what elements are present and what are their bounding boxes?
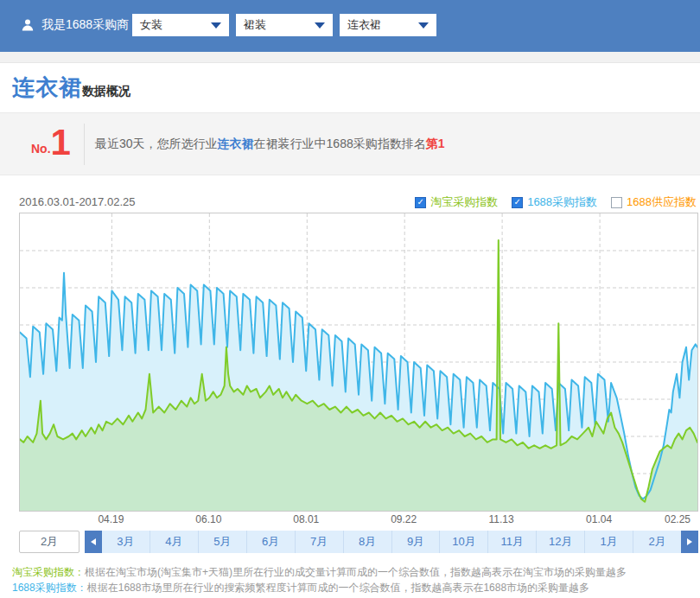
legend-label: 淘宝采购指数 — [430, 194, 498, 210]
month-tab[interactable]: 12月 — [536, 531, 584, 553]
top-header-bar: 我是1688采购商 女装裙装连衣裙 — [0, 0, 700, 52]
banner-text-middle: 在裙装行业中1688采购指数排名 — [254, 137, 426, 152]
dropdown-value: 裙装 — [244, 17, 266, 33]
banner-divider — [84, 124, 85, 165]
month-tab[interactable]: 4月 — [150, 531, 198, 553]
rank-badge: No. 1 — [31, 124, 71, 162]
header-sub-strip — [0, 52, 700, 63]
footnote-1: 淘宝采购指数：根据在淘宝市场(淘宝集市+天猫)里所在行业的成交量计算而成的一个综… — [12, 564, 627, 580]
page-title: 连衣裙 数据概况 — [12, 73, 130, 103]
category-dropdown-3[interactable]: 连衣裙 — [340, 14, 436, 36]
footnote-text: 根据在1688市场里所在行业的搜索频繁程度计算而成的一个综合数值，指数越高表示在… — [87, 582, 589, 594]
footnote-label: 1688采购指数： — [12, 582, 87, 594]
banner-text-prefix: 最近30天，您所选行业 — [95, 137, 218, 152]
month-tab[interactable]: 9月 — [391, 531, 440, 553]
month-tab[interactable]: 3月 — [102, 531, 150, 553]
dropdown-value: 女装 — [140, 17, 162, 33]
month-tab[interactable]: 1月 — [584, 531, 633, 553]
rank-prefix: No. — [31, 142, 51, 156]
x-tick-label: 11.13 — [482, 513, 520, 525]
prev-month-button[interactable] — [85, 531, 102, 553]
month-slider: 2月 3月4月5月6月7月8月9月10月11月12月1月2月 — [19, 531, 698, 553]
x-tick-label: 01.04 — [580, 513, 618, 525]
chevron-down-icon — [418, 22, 429, 29]
month-tab[interactable]: 8月 — [343, 531, 391, 553]
ranking-banner: No. 1 最近30天，您所选行业连衣裙在裙装行业中1688采购指数排名第1 — [0, 112, 700, 175]
right-arrow-icon — [687, 538, 692, 545]
current-month-box[interactable]: 2月 — [19, 531, 80, 553]
chart-legend: ✓淘宝采购指数✓1688采购指数1688供应指数 — [415, 194, 697, 210]
footnote-2: 1688采购指数：根据在1688市场里所在行业的搜索频繁程度计算而成的一个综合数… — [12, 580, 627, 595]
banner-keyword[interactable]: 连衣裙 — [218, 137, 254, 152]
x-tick-label: 02.25 — [659, 513, 697, 525]
footnote-text: 根据在淘宝市场(淘宝集市+天猫)里所在行业的成交量计算而成的一个综合数值，指数越… — [85, 566, 627, 578]
legend-label: 1688采购指数 — [527, 194, 597, 210]
chevron-down-icon — [315, 22, 325, 29]
legend-item-1[interactable]: ✓淘宝采购指数 — [415, 194, 498, 210]
page-title-suffix: 数据概况 — [82, 84, 130, 99]
footnote-label: 淘宝采购指数： — [12, 566, 85, 578]
index-chart[interactable] — [19, 213, 698, 512]
month-tab[interactable]: 5月 — [198, 531, 246, 553]
legend-item-2[interactable]: ✓1688采购指数 — [512, 194, 597, 210]
user-icon — [21, 18, 35, 32]
month-tab[interactable]: 7月 — [295, 531, 343, 553]
banner-rank-text: 第1 — [426, 137, 445, 152]
x-tick-label: 08.01 — [287, 513, 325, 525]
x-tick-label: 04.19 — [92, 513, 130, 525]
category-dropdown-1[interactable]: 女装 — [132, 14, 229, 36]
dropdown-value: 连衣裙 — [347, 17, 381, 33]
next-month-button[interactable] — [681, 531, 698, 553]
banner-text: 最近30天，您所选行业连衣裙在裙装行业中1688采购指数排名第1 — [95, 113, 445, 175]
checked-checkbox-icon[interactable]: ✓ — [415, 197, 426, 208]
x-tick-label: 06.10 — [189, 513, 227, 525]
checked-checkbox-icon[interactable]: ✓ — [512, 197, 523, 208]
page-title-keyword: 连衣裙 — [12, 73, 82, 103]
category-dropdown-2[interactable]: 裙装 — [236, 14, 333, 36]
month-tab[interactable]: 6月 — [246, 531, 295, 553]
chart-date-range: 2016.03.01-2017.02.25 — [19, 195, 135, 208]
month-tabs: 3月4月5月6月7月8月9月10月11月12月1月2月 — [102, 531, 681, 553]
left-arrow-icon — [91, 538, 96, 545]
legend-item-3[interactable]: 1688供应指数 — [611, 194, 697, 210]
user-label: 我是1688采购商 — [41, 17, 129, 33]
legend-label: 1688供应指数 — [627, 194, 697, 210]
footnotes: 淘宝采购指数：根据在淘宝市场(淘宝集市+天猫)里所在行业的成交量计算而成的一个综… — [12, 564, 627, 595]
rank-number: 1 — [51, 124, 71, 162]
month-tab[interactable]: 11月 — [487, 531, 536, 553]
chevron-down-icon — [211, 22, 221, 29]
month-tab[interactable]: 2月 — [633, 531, 681, 553]
x-tick-label: 09.22 — [385, 513, 423, 525]
unchecked-checkbox-icon[interactable] — [611, 197, 622, 208]
user-menu[interactable]: 我是1688采购商 — [21, 17, 146, 33]
index-chart-svg — [20, 213, 697, 511]
month-tab[interactable]: 10月 — [439, 531, 487, 553]
